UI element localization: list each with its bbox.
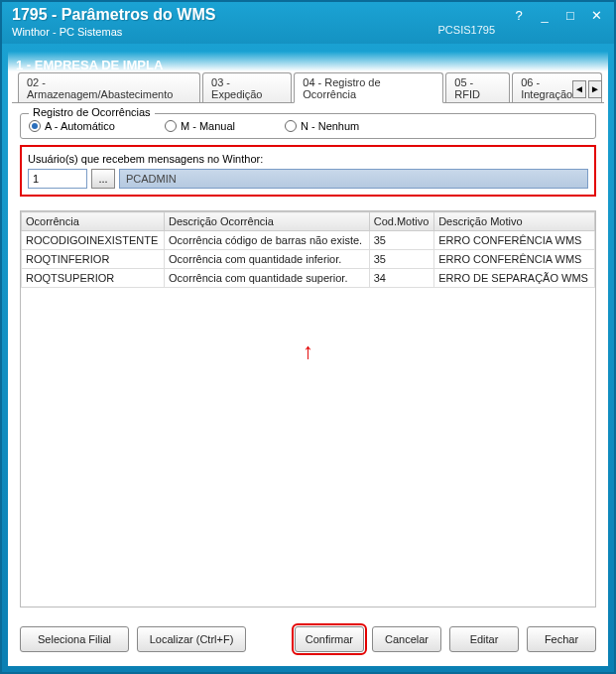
usuarios-field-row: ...	[28, 169, 588, 189]
close-icon[interactable]: ✕	[586, 8, 606, 24]
radio-label: N - Nenhum	[301, 120, 359, 132]
radio-nenhum[interactable]: N - Nenhum	[285, 120, 359, 132]
ocorrencias-table-wrap: Ocorrência Descrição Ocorrência Cod.Moti…	[20, 210, 596, 607]
cell: ROQTINFERIOR	[22, 250, 165, 269]
seleciona-filial-button[interactable]: Seleciona Filial	[20, 626, 129, 652]
radio-icon	[165, 120, 177, 132]
tab-expedicao[interactable]: 03 - Expedição	[202, 72, 292, 102]
arrow-up-annotation-icon: ↑	[303, 338, 313, 364]
radio-label: A - Automático	[45, 120, 115, 132]
localizar-button[interactable]: Localizar (Ctrl+F)	[137, 626, 246, 652]
tab-scroll-right-icon[interactable]: ►	[588, 80, 602, 98]
usuarios-highlight: Usuário(s) que recebem mensagens no Wint…	[20, 145, 596, 197]
table-row[interactable]: ROQTSUPERIOR Ocorrência com quantidade s…	[22, 269, 595, 288]
fechar-button[interactable]: Fechar	[527, 626, 596, 652]
registro-radio-row: A - Automático M - Manual N - Nenhum	[29, 120, 587, 132]
content-area: 1 - EMPRESA DE IMPLA 02 - Armazenagem/Ab…	[8, 52, 608, 666]
tab-armazenagem[interactable]: 02 - Armazenagem/Abastecimento	[18, 72, 200, 102]
window-controls: ? _ □ ✕	[509, 8, 606, 24]
app-window: 1795 - Parâmetros do WMS Winthor - PC Si…	[0, 0, 616, 674]
usuario-code-input[interactable]	[28, 169, 87, 189]
radio-manual[interactable]: M - Manual	[165, 120, 235, 132]
tab-rfid[interactable]: 05 - RFID	[445, 72, 510, 102]
col-descricao-ocorrencia[interactable]: Descrição Ocorrência	[165, 212, 370, 231]
maximize-icon[interactable]: □	[560, 8, 580, 24]
titlebar: 1795 - Parâmetros do WMS Winthor - PC Si…	[2, 2, 614, 44]
inner-panel: 02 - Armazenagem/Abastecimento 03 - Expe…	[12, 77, 604, 662]
tab-scroll: ◄ ►	[572, 80, 602, 98]
cell: Ocorrência código de barras não existe.	[165, 231, 370, 250]
usuario-name-input	[119, 169, 588, 189]
table-row[interactable]: ROQTINFERIOR Ocorrência com quantidade i…	[22, 250, 595, 269]
radio-icon	[29, 120, 41, 132]
cell: ROCODIGOINEXISTENTE	[22, 231, 165, 250]
col-ocorrencia[interactable]: Ocorrência	[22, 212, 165, 231]
cell: ERRO DE SEPARAÇÃO WMS	[434, 269, 595, 288]
cell: ERRO CONFERÊNCIA WMS	[434, 250, 595, 269]
editar-button[interactable]: Editar	[449, 626, 519, 652]
cancelar-button[interactable]: Cancelar	[372, 626, 441, 652]
table-row[interactable]: ROCODIGOINEXISTENTE Ocorrência código de…	[22, 231, 595, 250]
cell: 35	[369, 250, 433, 269]
table-header-row: Ocorrência Descrição Ocorrência Cod.Moti…	[22, 212, 595, 231]
minimize-icon[interactable]: _	[535, 8, 554, 24]
window-code: PCSIS1795	[438, 24, 495, 36]
tab-panel: Registro de Ocorrências A - Automático M…	[20, 107, 596, 618]
col-cod-motivo[interactable]: Cod.Motivo	[369, 212, 433, 231]
lookup-button[interactable]: ...	[91, 169, 115, 189]
cell: ROQTSUPERIOR	[22, 269, 165, 288]
cell: Ocorrência com quantidade superior.	[165, 269, 370, 288]
help-icon[interactable]: ?	[509, 8, 529, 24]
cell: ERRO CONFERÊNCIA WMS	[434, 231, 595, 250]
tab-registro-ocorrencia[interactable]: 04 - Registro de Ocorrência	[294, 72, 443, 103]
cell: 34	[369, 269, 433, 288]
window-subtitle: Winthor - PC Sistemas	[12, 26, 604, 38]
ocorrencias-table: Ocorrência Descrição Ocorrência Cod.Moti…	[21, 211, 595, 288]
col-descricao-motivo[interactable]: Descrição Motivo	[434, 212, 595, 231]
button-bar: Seleciona Filial Localizar (Ctrl+F) Conf…	[20, 624, 596, 654]
tab-scroll-left-icon[interactable]: ◄	[572, 80, 586, 98]
usuarios-label: Usuário(s) que recebem mensagens no Wint…	[28, 153, 588, 165]
radio-label: M - Manual	[181, 120, 235, 132]
tabs-row: 02 - Armazenagem/Abastecimento 03 - Expe…	[12, 77, 604, 103]
registro-group: Registro de Ocorrências A - Automático M…	[20, 113, 596, 139]
cell: 35	[369, 231, 433, 250]
radio-automatico[interactable]: A - Automático	[29, 120, 115, 132]
registro-group-label: Registro de Ocorrências	[29, 106, 155, 118]
cell: Ocorrência com quantidade inferior.	[165, 250, 370, 269]
confirmar-button[interactable]: Confirmar	[295, 626, 364, 652]
radio-icon	[285, 120, 297, 132]
